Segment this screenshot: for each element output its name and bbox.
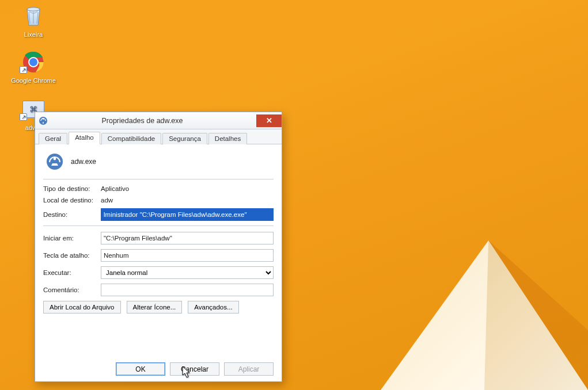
cancel-button[interactable]: Cancelar [170,362,219,376]
shortcut-key-input[interactable] [101,249,274,262]
close-button[interactable]: ✕ [256,114,282,127]
open-file-location-button[interactable]: Abrir Local do Arquivo [43,301,121,313]
tabstrip: Geral Atalho Compatibilidade Segurança D… [35,129,282,144]
label-target-type: Tipo de destino: [43,185,101,192]
label-target: Destino: [43,211,101,218]
separator [43,225,274,226]
file-name: adw.exe [71,158,96,166]
desktop-icon-label: Lixeira [10,31,56,38]
label-comment: Comentário: [43,286,101,293]
tab-general[interactable]: Geral [39,133,67,144]
label-run: Executar: [43,269,101,276]
tab-details[interactable]: Detalhes [208,133,247,144]
apply-button[interactable]: Aplicar [224,362,274,376]
desktop-icon-recycle-bin[interactable]: Lixeira [10,3,56,38]
svg-point-6 [54,158,56,160]
svg-point-3 [29,58,37,66]
separator [43,179,274,179]
target-input[interactable] [101,208,274,221]
wallpaper-shape [484,240,588,390]
window-icon [39,116,48,125]
window-title: Propriedades de adw.exe [51,117,256,125]
ok-button[interactable]: OK [116,362,165,376]
desktop-icon-label: Google Chrome [10,77,56,84]
label-target-location: Local de destino: [43,197,101,204]
titlebar[interactable]: Propriedades de adw.exe ✕ [35,112,282,129]
file-icon [45,152,64,171]
start-in-input[interactable] [101,232,274,244]
close-icon: ✕ [266,116,272,125]
advanced-button[interactable]: Avançados... [188,301,238,313]
shortcut-overlay-icon: ↗ [20,66,27,74]
run-select[interactable]: Janela normal [101,266,274,279]
tab-compatibility[interactable]: Compatibilidade [101,133,161,144]
value-target-location: adw [101,197,274,204]
comment-input[interactable] [101,284,274,296]
label-start-in: Iniciar em: [43,235,101,242]
tab-body-shortcut: adw.exe Tipo de destino: Aplicativo Loca… [35,144,282,317]
tab-shortcut[interactable]: Atalho [69,132,100,144]
desktop[interactable]: Lixeira ↗ Google Chrome ⌘ ↗ adw... [0,0,588,390]
desktop-icon-chrome[interactable]: ↗ Google Chrome [10,49,56,84]
value-target-type: Aplicativo [101,185,274,192]
shortcut-overlay-icon: ↗ [20,113,27,121]
change-icon-button[interactable]: Alterar Ícone... [127,301,183,313]
dialog-button-row: OK Cancelar Aplicar [35,362,282,376]
tab-security[interactable]: Segurança [162,133,207,144]
properties-dialog: Propriedades de adw.exe ✕ Geral Atalho C… [35,112,282,382]
recycle-bin-icon [21,3,46,29]
svg-point-0 [27,7,40,11]
label-shortcut-key: Tecla de atalho: [43,252,101,259]
